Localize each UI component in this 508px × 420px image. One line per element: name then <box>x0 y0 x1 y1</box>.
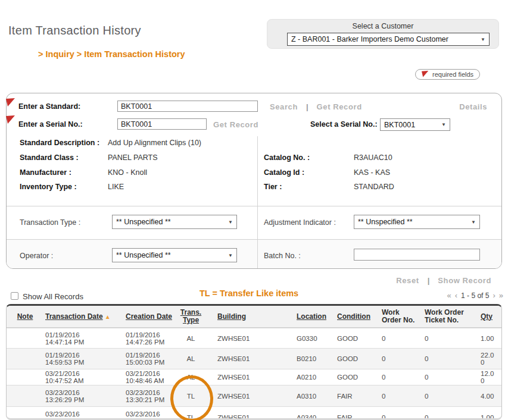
table-row: 03/23/2016 13:26:29 PM 03/23/2016 13:31:… <box>7 406 501 420</box>
cell-transaction-date: 03/21/2016 10:47:52 AM <box>43 370 124 384</box>
pagination-next-icon[interactable]: › <box>493 292 495 300</box>
cell-work-order-no: 0 <box>375 335 417 342</box>
cell-condition: FAIR <box>331 393 375 400</box>
operator-value: ** Unspecified ** <box>116 251 171 259</box>
info-value: R3AUAC10 <box>354 153 392 162</box>
adjustment-indicator-select[interactable]: ** Unspecified ** ▼ <box>354 215 480 229</box>
column-header-trans-type[interactable]: Trans. Type <box>180 308 201 324</box>
table-row: 03/23/2016 13:26:29 PM 03/23/2016 13:30:… <box>7 385 501 406</box>
cell-location: A0210 <box>291 374 331 381</box>
cell-work-order-ticket-no: 0 <box>417 355 472 362</box>
customer-select[interactable]: Z - BAR001 - Barker Importers Demo Custo… <box>287 33 490 46</box>
table-row: 01/19/2016 14:59:53 PM 01/19/2016 15:00:… <box>7 348 501 369</box>
cell-creation-date: 03/21/2016 10:48:46 AM <box>124 370 177 384</box>
sort-asc-icon: ▲ <box>105 313 111 321</box>
cell-location: B0210 <box>291 355 331 362</box>
cell-work-order-ticket-no: 0 <box>417 414 472 420</box>
search-form: Enter a Standard: Search | Get Record De… <box>6 93 502 269</box>
link-separator: | <box>306 102 308 111</box>
cell-condition: GOOD <box>331 374 375 381</box>
search-button[interactable]: Search <box>270 102 298 111</box>
item-transaction-history-page: Item Transaction History > Inquiry > Ite… <box>0 0 508 420</box>
pagination-range: 1 - 5 of 5 <box>461 292 489 300</box>
adjustment-indicator-label: Adjustment Indicator : <box>264 218 336 227</box>
pagination-last-icon[interactable]: » <box>499 292 503 300</box>
cell-building: ZWHSE01 <box>204 374 291 381</box>
form-vertical-divider <box>257 136 258 268</box>
cell-work-order-ticket-no: 0 <box>417 335 472 342</box>
cell-creation-date: 01/19/2016 14:47:26 PM <box>124 331 177 346</box>
customer-select-value: Z - BAR001 - Barker Importers Demo Custo… <box>291 35 448 43</box>
column-header-work-order-ticket-no: Work Order Ticket No. <box>425 308 464 324</box>
standard-label: Enter a Standard: <box>18 102 80 111</box>
info-value: KAS - KAS <box>354 168 390 177</box>
breadcrumb: > Inquiry > Item Transaction History <box>38 49 185 59</box>
transaction-type-value: ** Unspecified ** <box>116 218 171 226</box>
table-header-row: Note Transaction Date▲ Creation Date Tra… <box>7 306 501 328</box>
cell-condition: GOOD <box>331 355 375 362</box>
info-value: KNO - Knoll <box>108 168 147 177</box>
cell-building: ZWHSE01 <box>204 355 291 362</box>
cell-qty: 12.00 <box>481 370 497 384</box>
column-header-transaction-date[interactable]: Transaction Date <box>45 312 103 321</box>
column-header-qty[interactable]: Qty <box>481 312 493 321</box>
details-button[interactable]: Details <box>459 102 487 111</box>
column-header-creation-date[interactable]: Creation Date <box>126 312 172 321</box>
serial-label: Enter a Serial No.: <box>18 120 83 128</box>
cell-qty: 22.00 <box>481 352 497 366</box>
cell-transaction-date: 03/23/2016 13:26:29 PM <box>43 389 124 403</box>
show-record-button[interactable]: Show Record <box>438 276 491 285</box>
info-value: PANEL PARTS <box>108 153 158 162</box>
info-label: Manufacturer : <box>20 168 71 177</box>
serial-select-label: Select a Serial No.: <box>310 120 378 128</box>
get-record-button[interactable]: Get Record <box>317 102 362 111</box>
info-label: Tier : <box>264 183 282 191</box>
column-header-building[interactable]: Building <box>217 312 246 321</box>
pagination-first-icon[interactable]: « <box>447 292 451 300</box>
info-label: Catalog No. : <box>264 153 310 162</box>
show-all-records-checkbox[interactable] <box>11 292 18 300</box>
dropdown-arrow-icon: ▼ <box>481 37 485 42</box>
standard-input[interactable] <box>117 101 258 112</box>
table-row: 01/19/2016 14:47:14 PM 01/19/2016 14:47:… <box>7 328 501 348</box>
cell-creation-date: 03/23/2016 13:30:21 PM <box>124 389 177 403</box>
cell-building: ZWHSE01 <box>204 393 291 400</box>
cell-creation-date: 01/19/2016 15:00:03 PM <box>124 352 177 366</box>
pagination-prev-icon[interactable]: ‹ <box>455 292 457 300</box>
info-value: Add Up Alignment Clips (10) <box>108 139 201 147</box>
cell-condition: GOOD <box>331 335 375 342</box>
cell-building: ZWHSE01 <box>204 335 291 342</box>
column-header-condition[interactable]: Condition <box>337 312 370 321</box>
cell-work-order-no: 0 <box>375 393 417 400</box>
form-divider <box>7 239 501 240</box>
dropdown-arrow-icon: ▼ <box>228 220 233 225</box>
table-row: 03/21/2016 10:47:52 AM 03/21/2016 10:48:… <box>7 369 501 385</box>
transaction-type-select[interactable]: ** Unspecified ** ▼ <box>112 215 237 229</box>
cell-transaction-date: 01/19/2016 14:59:53 PM <box>43 352 124 366</box>
serial-input[interactable] <box>117 118 207 130</box>
required-flag-icon <box>6 115 15 125</box>
customer-picker: Select a Customer Z - BAR001 - Barker Im… <box>267 19 499 49</box>
dropdown-arrow-icon: ▼ <box>441 122 446 127</box>
transaction-type-label: Transaction Type : <box>20 218 80 227</box>
results-table: Note Transaction Date▲ Creation Date Tra… <box>6 304 502 420</box>
serial-select[interactable]: BKT0001 ▼ <box>380 118 450 131</box>
info-label: Inventory Type : <box>20 183 77 191</box>
serial-get-record-button[interactable]: Get Record <box>213 120 258 129</box>
cell-transaction-date: 01/19/2016 14:47:14 PM <box>43 331 124 346</box>
reset-button[interactable]: Reset <box>396 276 419 285</box>
column-header-note[interactable]: Note <box>17 312 33 321</box>
dropdown-arrow-icon: ▼ <box>228 253 233 258</box>
cell-qty: 4.00 <box>481 393 497 400</box>
batch-no-input[interactable] <box>354 249 480 261</box>
cell-condition: FAIR <box>331 414 375 420</box>
adjustment-indicator-value: ** Unspecified ** <box>358 218 413 226</box>
cell-qty: 1.00 <box>481 335 497 342</box>
operator-select[interactable]: ** Unspecified ** ▼ <box>112 248 237 262</box>
cell-qty: 1.00 <box>481 414 497 420</box>
required-flag-icon <box>6 98 15 108</box>
batch-no-label: Batch No. : <box>264 252 301 260</box>
serial-select-value: BKT0001 <box>384 121 415 129</box>
cell-work-order-ticket-no: 0 <box>417 374 472 381</box>
column-header-location[interactable]: Location <box>297 312 326 321</box>
